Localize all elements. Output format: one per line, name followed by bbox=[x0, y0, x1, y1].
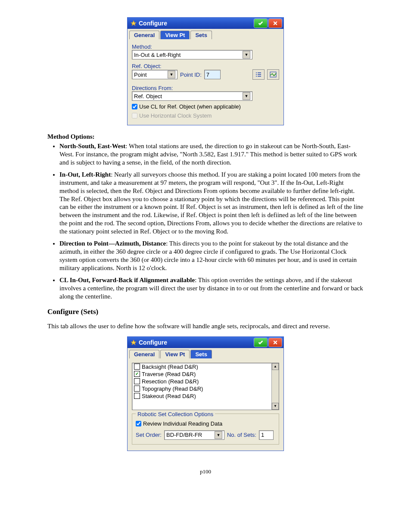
setorder-select[interactable]: BD-FD/BR-FR ▼ bbox=[164, 430, 224, 440]
nosets-label: No. of Sets: bbox=[227, 432, 256, 438]
panel-sets: Backsight (Read D&R) Traverse (Read D&R)… bbox=[128, 358, 283, 451]
configure-icon bbox=[130, 20, 137, 27]
dirfrom-label: Directions From: bbox=[132, 85, 279, 91]
configure-sets-heading: Configure (Sets) bbox=[47, 308, 364, 316]
nosets-input[interactable]: 1 bbox=[259, 430, 274, 440]
setorder-value: BD-FD/BR-FR bbox=[166, 432, 202, 438]
list-item[interactable]: Backsight (Read D&R) bbox=[132, 363, 279, 370]
page-number: p100 bbox=[47, 468, 364, 475]
list-item: CL In-Out, Forward-Back if Alignment ava… bbox=[59, 276, 364, 300]
tabs: General View Pt Sets bbox=[128, 29, 283, 39]
use-hclock-input bbox=[132, 113, 137, 118]
tab-general[interactable]: General bbox=[129, 31, 159, 39]
tab-sets[interactable]: Sets bbox=[190, 31, 212, 39]
method-label: Method: bbox=[132, 44, 279, 50]
read-dr-listbox[interactable]: Backsight (Read D&R) Traverse (Read D&R)… bbox=[132, 363, 279, 410]
scrollbar[interactable]: ▲ ▼ bbox=[271, 363, 279, 410]
list-item[interactable]: Traverse (Read D&R) bbox=[132, 370, 279, 378]
checkbox-icon[interactable] bbox=[134, 393, 140, 399]
configure-dialog-sets: Configure General View Pt Sets Backsight… bbox=[127, 336, 284, 451]
tab-general[interactable]: General bbox=[129, 350, 159, 358]
setorder-label: Set Order: bbox=[136, 432, 162, 438]
chevron-down-icon: ▼ bbox=[243, 92, 250, 100]
chevron-down-icon: ▼ bbox=[168, 71, 175, 78]
list-item[interactable]: Topography (Read D&R) bbox=[132, 385, 279, 392]
map-button[interactable] bbox=[267, 69, 279, 80]
pointid-value: 7 bbox=[206, 72, 209, 78]
list-item[interactable]: Resection (Read D&R) bbox=[132, 378, 279, 385]
dialog-title: Configure bbox=[139, 339, 167, 346]
refobject-value: Point bbox=[134, 72, 147, 78]
configure-icon bbox=[130, 339, 137, 346]
dirfrom-value: Ref. Object bbox=[134, 93, 162, 100]
dialog-title: Configure bbox=[139, 20, 167, 27]
method-value: In-Out & Left-Right bbox=[134, 52, 181, 58]
use-hclock-label: Use Horizontal Clock System bbox=[139, 112, 212, 119]
refobject-label: Ref. Object: bbox=[132, 63, 279, 69]
tab-viewpt[interactable]: View Pt bbox=[160, 31, 190, 39]
tabs: General View Pt Sets bbox=[128, 348, 283, 358]
checkbox-icon[interactable] bbox=[134, 386, 140, 392]
use-cl-input[interactable] bbox=[132, 104, 137, 109]
use-hclock-checkbox[interactable]: Use Horizontal Clock System bbox=[132, 112, 279, 119]
close-button[interactable] bbox=[269, 338, 282, 347]
use-cl-label: Use CL for Ref. Object (when applicable) bbox=[139, 103, 241, 110]
map-icon bbox=[270, 72, 277, 78]
titlebar[interactable]: Configure bbox=[128, 337, 283, 348]
list-item: In-Out, Left-Right: Nearly all surveyors… bbox=[59, 171, 364, 235]
checkbox-icon[interactable] bbox=[134, 364, 140, 370]
review-individual-input[interactable] bbox=[136, 421, 141, 426]
list-button[interactable] bbox=[252, 69, 265, 80]
configure-dialog-viewpt: Configure General View Pt Sets Method: I… bbox=[127, 17, 284, 125]
list-icon bbox=[255, 72, 262, 78]
checkbox-icon[interactable] bbox=[134, 371, 140, 377]
titlebar[interactable]: Configure bbox=[128, 18, 283, 29]
tab-sets[interactable]: Sets bbox=[190, 350, 212, 358]
checkbox-icon[interactable] bbox=[134, 378, 140, 384]
group-title: Robotic Set Collection Options bbox=[136, 411, 215, 417]
review-individual-checkbox[interactable]: Review Individual Reading Data bbox=[136, 420, 275, 427]
method-options-heading: Method Options: bbox=[47, 133, 364, 140]
review-individual-label: Review Individual Reading Data bbox=[143, 420, 222, 427]
dirfrom-select[interactable]: Ref. Object ▼ bbox=[132, 91, 252, 101]
ok-button[interactable] bbox=[254, 19, 267, 28]
list-item: North-South, East-West: When total stati… bbox=[59, 142, 364, 166]
refobject-select[interactable]: Point ▼ bbox=[132, 70, 177, 79]
chevron-down-icon: ▼ bbox=[243, 51, 250, 59]
list-item: Direction to Point—Azimuth, Distance: Th… bbox=[59, 240, 364, 272]
use-cl-checkbox[interactable]: Use CL for Ref. Object (when applicable) bbox=[132, 103, 279, 110]
list-item[interactable]: Stakeout (Read D&R) bbox=[132, 392, 279, 400]
scroll-up-icon[interactable]: ▲ bbox=[272, 363, 279, 370]
tab-viewpt[interactable]: View Pt bbox=[160, 350, 190, 358]
method-options-list: North-South, East-West: When total stati… bbox=[47, 142, 364, 301]
pointid-label: Point ID: bbox=[180, 72, 202, 78]
panel-viewpt: Method: In-Out & Left-Right ▼ Ref. Objec… bbox=[128, 39, 283, 125]
chevron-down-icon: ▼ bbox=[215, 431, 222, 439]
pointid-input[interactable]: 7 bbox=[204, 70, 221, 79]
method-select[interactable]: In-Out & Left-Right ▼ bbox=[132, 50, 252, 59]
close-button[interactable] bbox=[269, 19, 282, 28]
scroll-down-icon[interactable]: ▼ bbox=[272, 403, 279, 410]
configure-sets-intro: This tab allows the user to define how t… bbox=[47, 323, 364, 330]
robotic-set-group: Robotic Set Collection Options Review In… bbox=[132, 414, 279, 445]
nosets-value: 1 bbox=[261, 432, 264, 438]
ok-button[interactable] bbox=[254, 338, 267, 347]
